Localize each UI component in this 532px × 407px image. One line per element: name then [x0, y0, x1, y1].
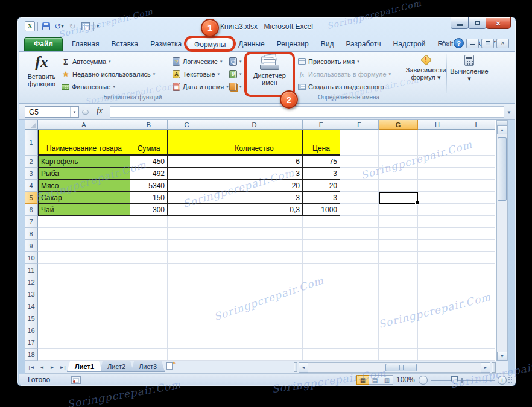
cell-D3[interactable]: 3	[206, 168, 303, 180]
cell-G3[interactable]	[379, 168, 418, 180]
create-from-selection-button[interactable]: Создать из выделенного	[298, 81, 384, 93]
sheet-tab-list1[interactable]: Лист1	[67, 361, 102, 372]
cell-H15[interactable]	[418, 312, 457, 324]
cell-E7[interactable]	[303, 216, 340, 228]
column-header-E[interactable]: E	[303, 120, 340, 130]
cell-D7[interactable]	[206, 216, 303, 228]
workbook-restore-button[interactable]	[481, 39, 494, 48]
cell-B2[interactable]: 450	[130, 156, 168, 168]
logical-button[interactable]: ? Логические ▾	[173, 55, 222, 68]
cell-I3[interactable]	[457, 168, 495, 180]
cell-D14[interactable]	[206, 300, 303, 312]
tab-addins[interactable]: Надстрой	[387, 37, 431, 51]
cell-A10[interactable]	[38, 252, 130, 264]
cell-G7[interactable]	[379, 216, 418, 228]
define-name-button[interactable]: Присвоить имя ▾	[298, 55, 359, 68]
horizontal-split-handle[interactable]	[492, 362, 496, 373]
cell-H18[interactable]	[418, 349, 457, 361]
cell-H5[interactable]	[418, 192, 457, 204]
cell-C11[interactable]	[168, 264, 206, 276]
cell-C4[interactable]	[168, 180, 206, 192]
cell-A14[interactable]	[38, 300, 130, 312]
cell-I14[interactable]	[457, 300, 495, 312]
cell-F1[interactable]	[340, 130, 379, 156]
cell-C1[interactable]	[168, 130, 206, 156]
tab-home[interactable]: Главная	[66, 37, 106, 51]
cell-H7[interactable]	[418, 216, 457, 228]
first-sheet-button[interactable]: |◄	[27, 363, 36, 372]
row-header-9[interactable]: 9	[25, 240, 38, 252]
row-header-15[interactable]: 15	[25, 312, 38, 324]
cell-B9[interactable]	[130, 240, 168, 252]
prev-sheet-button[interactable]: ◄	[37, 363, 46, 372]
column-header-F[interactable]: F	[340, 120, 379, 130]
cell-E2[interactable]: 75	[303, 156, 340, 168]
cell-E13[interactable]	[303, 288, 340, 300]
cell-F10[interactable]	[340, 252, 379, 264]
row-header-12[interactable]: 12	[25, 276, 38, 288]
cell-G10[interactable]	[379, 252, 418, 264]
cell-I13[interactable]	[457, 288, 495, 300]
cell-I15[interactable]	[457, 312, 495, 324]
cell-G18[interactable]	[379, 349, 418, 361]
horizontal-scroll-thumb[interactable]	[385, 364, 417, 371]
cell-A11[interactable]	[38, 264, 130, 276]
row-header-6[interactable]: 6	[25, 204, 38, 216]
cell-H3[interactable]	[418, 168, 457, 180]
cell-E9[interactable]	[303, 240, 340, 252]
cell-A2[interactable]: Картофель	[38, 156, 130, 168]
cell-E17[interactable]	[303, 336, 340, 349]
cell-A18[interactable]	[38, 349, 130, 361]
cell-F4[interactable]	[340, 180, 379, 192]
cell-B16[interactable]	[130, 324, 168, 336]
cell-E15[interactable]	[303, 312, 340, 324]
normal-view-button[interactable]: ▦	[356, 375, 369, 385]
insert-worksheet-button[interactable]: ✶	[163, 361, 177, 372]
cell-B13[interactable]	[130, 288, 168, 300]
column-header-A[interactable]: A	[38, 120, 130, 130]
cell-C7[interactable]	[168, 216, 206, 228]
cell-C18[interactable]	[168, 349, 206, 361]
cell-G15[interactable]	[379, 312, 418, 324]
page-layout-view-button[interactable]: ▤	[369, 375, 381, 385]
zoom-slider-thumb[interactable]	[451, 376, 458, 384]
column-header-C[interactable]: C	[168, 120, 206, 130]
cell-I16[interactable]	[457, 324, 495, 336]
cell-H10[interactable]	[418, 252, 457, 264]
cell-C8[interactable]	[168, 228, 206, 240]
cell-E12[interactable]	[303, 276, 340, 288]
cell-D9[interactable]	[206, 240, 303, 252]
cell-B15[interactable]	[130, 312, 168, 324]
cell-H6[interactable]	[418, 204, 457, 216]
cell-F9[interactable]	[340, 240, 379, 252]
cell-F18[interactable]	[340, 349, 379, 361]
cell-G9[interactable]	[379, 240, 418, 252]
cell-D18[interactable]	[206, 349, 303, 361]
cell-C5[interactable]	[168, 192, 206, 204]
cell-H11[interactable]	[418, 264, 457, 276]
name-box[interactable]: G5 ▾	[25, 106, 79, 118]
cell-C10[interactable]	[168, 252, 206, 264]
cell-G6[interactable]	[379, 204, 418, 216]
autosum-button[interactable]: Σ Автосумма ▾	[62, 55, 111, 68]
cell-I2[interactable]	[457, 156, 495, 168]
cell-F15[interactable]	[340, 312, 379, 324]
recently-used-button[interactable]: ★ Недавно использовались ▾	[62, 68, 155, 80]
cell-B4[interactable]: 5340	[130, 180, 168, 192]
cell-C16[interactable]	[168, 324, 206, 336]
cell-D17[interactable]	[206, 336, 303, 349]
split-handle[interactable]	[497, 121, 507, 125]
insert-function-fx-button[interactable]: fx	[92, 106, 107, 118]
cell-D8[interactable]	[206, 228, 303, 240]
row-header-1[interactable]: 1	[25, 130, 38, 156]
tab-data[interactable]: Данные	[232, 37, 270, 51]
cell-D2[interactable]: 6	[206, 156, 303, 168]
tab-page-layout[interactable]: Разметка	[144, 37, 188, 51]
cell-H14[interactable]	[418, 300, 457, 312]
cell-G2[interactable]	[379, 156, 418, 168]
cell-D11[interactable]	[206, 264, 303, 276]
cell-H4[interactable]	[418, 180, 457, 192]
cell-I4[interactable]	[457, 180, 495, 192]
column-header-B[interactable]: B	[130, 120, 168, 130]
cell-E1[interactable]: Цена	[303, 130, 340, 156]
